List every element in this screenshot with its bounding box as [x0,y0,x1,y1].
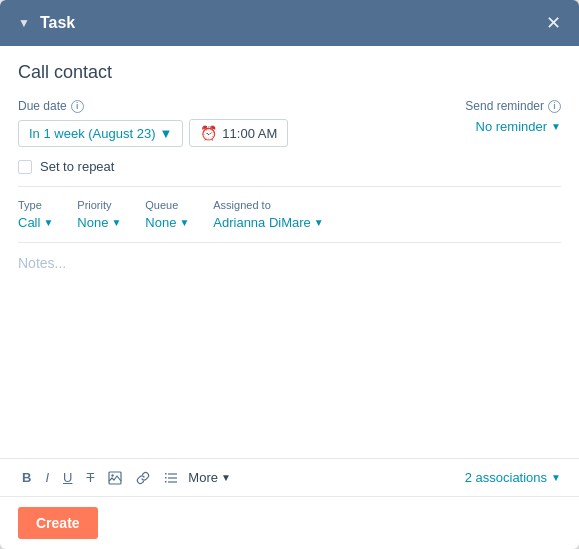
date-right: Send reminder i No reminder ▼ [465,99,561,134]
close-icon[interactable]: ✕ [546,14,561,32]
assigned-dropdown[interactable]: Adrianna DiMare ▼ [213,215,323,230]
reminder-value: No reminder [476,119,548,134]
associations-label: 2 associations [465,470,547,485]
strikethrough-button[interactable]: T [82,467,98,488]
more-label: More [188,470,218,485]
chevron-down-icon[interactable]: ▼ [18,16,30,30]
more-button[interactable]: More ▼ [188,470,231,485]
priority-label: Priority [77,199,121,211]
create-button[interactable]: Create [18,507,98,539]
type-section: Type Call ▼ Priority None ▼ Queue None ▼ [0,187,579,242]
repeat-section: Set to repeat [0,159,579,186]
reminder-label: Send reminder i [465,99,561,113]
reminder-caret: ▼ [551,121,561,132]
type-field-group: Type Call ▼ [18,199,53,230]
task-name-section [0,46,579,91]
priority-dropdown[interactable]: None ▼ [77,215,121,230]
associations-caret: ▼ [551,472,561,483]
repeat-checkbox[interactable] [18,160,32,174]
modal-title: Task [40,14,75,32]
queue-caret: ▼ [179,217,189,228]
image-button[interactable] [104,468,126,488]
repeat-label: Set to repeat [40,159,114,174]
reminder-info-icon[interactable]: i [548,100,561,113]
toolbar-section: B I U T [0,458,579,496]
due-date-info-icon[interactable]: i [71,100,84,113]
due-date-value: In 1 week (August 23) [29,126,155,141]
reminder-button[interactable]: No reminder ▼ [476,119,561,134]
notes-section [0,243,579,458]
type-dropdown[interactable]: Call ▼ [18,215,53,230]
assigned-caret: ▼ [314,217,324,228]
task-name-input[interactable] [18,62,561,83]
queue-label: Queue [145,199,189,211]
clock-icon: ⏰ [200,125,217,141]
priority-caret: ▼ [111,217,121,228]
date-row: In 1 week (August 23) ▼ ⏰ 11:00 AM [18,119,288,147]
type-label: Type [18,199,53,211]
link-button[interactable] [132,468,154,488]
queue-dropdown[interactable]: None ▼ [145,215,189,230]
header-left: ▼ Task [18,14,75,32]
queue-value: None [145,215,176,230]
queue-field-group: Queue None ▼ [145,199,189,230]
task-modal: ▼ Task ✕ Due date i In 1 week (August 23… [0,0,579,549]
assigned-value: Adrianna DiMare [213,215,311,230]
svg-rect-4 [165,477,167,479]
type-value: Call [18,215,40,230]
time-button[interactable]: ⏰ 11:00 AM [189,119,288,147]
assigned-field-group: Assigned to Adrianna DiMare ▼ [213,199,323,230]
toolbar-left: B I U T [18,467,231,488]
associations-button[interactable]: 2 associations ▼ [465,470,561,485]
due-date-caret: ▼ [159,126,172,141]
footer-section: Create [0,496,579,549]
time-value: 11:00 AM [222,126,277,141]
svg-rect-6 [165,481,167,483]
modal-header: ▼ Task ✕ [0,0,579,46]
priority-field-group: Priority None ▼ [77,199,121,230]
svg-point-1 [112,474,114,476]
priority-value: None [77,215,108,230]
assigned-label: Assigned to [213,199,323,211]
modal-body: Due date i In 1 week (August 23) ▼ ⏰ 11:… [0,46,579,549]
list-button[interactable] [160,468,182,488]
date-left: Due date i In 1 week (August 23) ▼ ⏰ 11:… [18,99,288,147]
notes-input[interactable] [18,255,561,450]
more-caret: ▼ [221,472,231,483]
underline-button[interactable]: U [59,467,76,488]
italic-button[interactable]: I [41,467,53,488]
due-date-button[interactable]: In 1 week (August 23) ▼ [18,120,183,147]
svg-rect-2 [165,473,167,475]
type-caret: ▼ [43,217,53,228]
bold-button[interactable]: B [18,467,35,488]
date-section: Due date i In 1 week (August 23) ▼ ⏰ 11:… [0,91,579,159]
due-date-label: Due date i [18,99,288,113]
